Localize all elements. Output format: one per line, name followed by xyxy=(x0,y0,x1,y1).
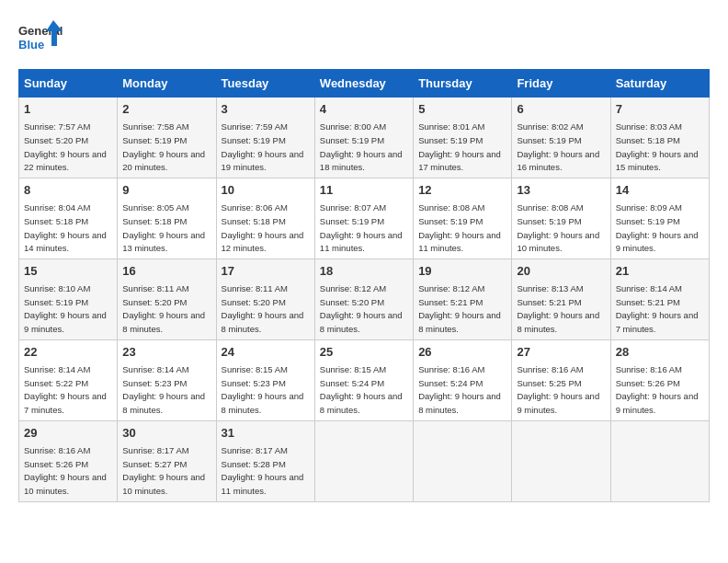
calendar-week-1: 1Sunrise: 7:57 AMSunset: 5:20 PMDaylight… xyxy=(19,98,710,178)
calendar-cell: 16Sunrise: 8:11 AMSunset: 5:20 PMDayligh… xyxy=(118,259,216,339)
day-number: 19 xyxy=(418,263,506,280)
calendar-cell: 14Sunrise: 8:09 AMSunset: 5:19 PMDayligh… xyxy=(610,178,709,259)
calendar-cell: 22Sunrise: 8:14 AMSunset: 5:22 PMDayligh… xyxy=(19,339,118,420)
column-header-thursday: Thursday xyxy=(414,70,512,98)
day-info: Sunrise: 7:58 AMSunset: 5:19 PMDaylight:… xyxy=(122,121,205,172)
column-header-wednesday: Wednesday xyxy=(314,70,413,98)
calendar-cell: 21Sunrise: 8:14 AMSunset: 5:21 PMDayligh… xyxy=(610,259,709,339)
calendar-cell: 31Sunrise: 8:17 AMSunset: 5:28 PMDayligh… xyxy=(216,420,314,501)
day-info: Sunrise: 8:15 AMSunset: 5:23 PMDaylight:… xyxy=(222,364,304,415)
calendar-cell: 27Sunrise: 8:16 AMSunset: 5:25 PMDayligh… xyxy=(512,339,610,420)
calendar-week-2: 8Sunrise: 8:04 AMSunset: 5:18 PMDaylight… xyxy=(19,178,710,259)
column-header-tuesday: Tuesday xyxy=(216,70,314,98)
day-info: Sunrise: 8:11 AMSunset: 5:20 PMDaylight:… xyxy=(122,283,205,334)
day-number: 30 xyxy=(122,425,210,442)
day-info: Sunrise: 8:08 AMSunset: 5:19 PMDaylight:… xyxy=(418,202,501,253)
day-info: Sunrise: 8:12 AMSunset: 5:20 PMDaylight:… xyxy=(320,283,403,334)
day-info: Sunrise: 8:11 AMSunset: 5:20 PMDaylight:… xyxy=(222,283,304,334)
day-info: Sunrise: 8:08 AMSunset: 5:19 PMDaylight:… xyxy=(517,202,599,253)
calendar-cell: 11Sunrise: 8:07 AMSunset: 5:19 PMDayligh… xyxy=(314,178,413,259)
day-number: 9 xyxy=(122,182,210,199)
calendar-week-3: 15Sunrise: 8:10 AMSunset: 5:19 PMDayligh… xyxy=(19,259,710,339)
calendar-cell: 6Sunrise: 8:02 AMSunset: 5:19 PMDaylight… xyxy=(512,98,610,178)
column-header-sunday: Sunday xyxy=(19,70,118,98)
day-info: Sunrise: 8:01 AMSunset: 5:19 PMDaylight:… xyxy=(418,121,501,172)
calendar-cell: 15Sunrise: 8:10 AMSunset: 5:19 PMDayligh… xyxy=(19,259,118,339)
calendar-cell: 3Sunrise: 7:59 AMSunset: 5:19 PMDaylight… xyxy=(216,98,314,178)
day-number: 21 xyxy=(616,263,704,280)
calendar-cell: 24Sunrise: 8:15 AMSunset: 5:23 PMDayligh… xyxy=(216,339,314,420)
day-info: Sunrise: 8:00 AMSunset: 5:19 PMDaylight:… xyxy=(320,121,403,172)
calendar-cell: 20Sunrise: 8:13 AMSunset: 5:21 PMDayligh… xyxy=(512,259,610,339)
logo: General Blue xyxy=(18,18,64,60)
day-number: 11 xyxy=(320,182,408,199)
calendar-cell: 10Sunrise: 8:06 AMSunset: 5:18 PMDayligh… xyxy=(216,178,314,259)
day-info: Sunrise: 7:59 AMSunset: 5:19 PMDaylight:… xyxy=(222,121,304,172)
day-number: 24 xyxy=(222,344,310,361)
day-number: 28 xyxy=(616,344,704,361)
calendar-cell: 25Sunrise: 8:15 AMSunset: 5:24 PMDayligh… xyxy=(314,339,413,420)
calendar-cell: 13Sunrise: 8:08 AMSunset: 5:19 PMDayligh… xyxy=(512,178,610,259)
day-number: 12 xyxy=(418,182,506,199)
day-number: 17 xyxy=(222,263,310,280)
day-number: 29 xyxy=(24,425,112,442)
calendar-cell xyxy=(512,420,610,501)
day-info: Sunrise: 8:03 AMSunset: 5:18 PMDaylight:… xyxy=(616,121,699,172)
calendar-table: SundayMondayTuesdayWednesdayThursdayFrid… xyxy=(18,69,710,502)
day-number: 10 xyxy=(222,182,310,199)
day-number: 23 xyxy=(122,344,210,361)
day-info: Sunrise: 8:14 AMSunset: 5:21 PMDaylight:… xyxy=(616,283,699,334)
day-number: 20 xyxy=(517,263,605,280)
calendar-cell: 5Sunrise: 8:01 AMSunset: 5:19 PMDaylight… xyxy=(414,98,512,178)
day-info: Sunrise: 8:16 AMSunset: 5:25 PMDaylight:… xyxy=(517,364,599,415)
calendar-cell xyxy=(314,420,413,501)
calendar-cell: 12Sunrise: 8:08 AMSunset: 5:19 PMDayligh… xyxy=(414,178,512,259)
day-info: Sunrise: 8:09 AMSunset: 5:19 PMDaylight:… xyxy=(616,202,699,253)
day-number: 16 xyxy=(122,263,210,280)
day-number: 15 xyxy=(24,263,112,280)
day-info: Sunrise: 8:10 AMSunset: 5:19 PMDaylight:… xyxy=(24,283,107,334)
day-info: Sunrise: 8:04 AMSunset: 5:18 PMDaylight:… xyxy=(24,202,107,253)
day-info: Sunrise: 8:05 AMSunset: 5:18 PMDaylight:… xyxy=(122,202,205,253)
day-number: 3 xyxy=(222,101,310,118)
calendar-cell xyxy=(414,420,512,501)
calendar-cell: 9Sunrise: 8:05 AMSunset: 5:18 PMDaylight… xyxy=(118,178,216,259)
day-info: Sunrise: 8:16 AMSunset: 5:24 PMDaylight:… xyxy=(418,364,501,415)
day-info: Sunrise: 8:06 AMSunset: 5:18 PMDaylight:… xyxy=(222,202,304,253)
day-number: 6 xyxy=(517,101,605,118)
column-header-friday: Friday xyxy=(512,70,610,98)
day-number: 7 xyxy=(616,101,704,118)
calendar-cell: 18Sunrise: 8:12 AMSunset: 5:20 PMDayligh… xyxy=(314,259,413,339)
calendar-cell: 8Sunrise: 8:04 AMSunset: 5:18 PMDaylight… xyxy=(19,178,118,259)
header: General Blue xyxy=(18,18,710,60)
day-number: 31 xyxy=(222,425,310,442)
day-number: 1 xyxy=(24,101,112,118)
day-number: 2 xyxy=(122,101,210,118)
day-number: 14 xyxy=(616,182,704,199)
column-header-monday: Monday xyxy=(118,70,216,98)
day-info: Sunrise: 8:16 AMSunset: 5:26 PMDaylight:… xyxy=(24,445,107,496)
day-number: 26 xyxy=(418,344,506,361)
day-number: 18 xyxy=(320,263,408,280)
day-info: Sunrise: 8:12 AMSunset: 5:21 PMDaylight:… xyxy=(418,283,501,334)
calendar-cell: 23Sunrise: 8:14 AMSunset: 5:23 PMDayligh… xyxy=(118,339,216,420)
day-number: 13 xyxy=(517,182,605,199)
calendar-cell xyxy=(610,420,709,501)
day-info: Sunrise: 8:17 AMSunset: 5:27 PMDaylight:… xyxy=(122,445,205,496)
calendar-week-4: 22Sunrise: 8:14 AMSunset: 5:22 PMDayligh… xyxy=(19,339,710,420)
day-number: 27 xyxy=(517,344,605,361)
day-info: Sunrise: 8:15 AMSunset: 5:24 PMDaylight:… xyxy=(320,364,403,415)
calendar-cell: 29Sunrise: 8:16 AMSunset: 5:26 PMDayligh… xyxy=(19,420,118,501)
calendar-cell: 7Sunrise: 8:03 AMSunset: 5:18 PMDaylight… xyxy=(610,98,709,178)
day-number: 4 xyxy=(320,101,408,118)
day-info: Sunrise: 8:07 AMSunset: 5:19 PMDaylight:… xyxy=(320,202,403,253)
day-info: Sunrise: 8:16 AMSunset: 5:26 PMDaylight:… xyxy=(616,364,699,415)
calendar-cell: 4Sunrise: 8:00 AMSunset: 5:19 PMDaylight… xyxy=(314,98,413,178)
svg-text:Blue: Blue xyxy=(18,38,44,52)
calendar-week-5: 29Sunrise: 8:16 AMSunset: 5:26 PMDayligh… xyxy=(19,420,710,501)
day-info: Sunrise: 8:02 AMSunset: 5:19 PMDaylight:… xyxy=(517,121,599,172)
day-info: Sunrise: 8:17 AMSunset: 5:28 PMDaylight:… xyxy=(222,445,304,496)
day-number: 8 xyxy=(24,182,112,199)
calendar-cell: 28Sunrise: 8:16 AMSunset: 5:26 PMDayligh… xyxy=(610,339,709,420)
day-number: 22 xyxy=(24,344,112,361)
